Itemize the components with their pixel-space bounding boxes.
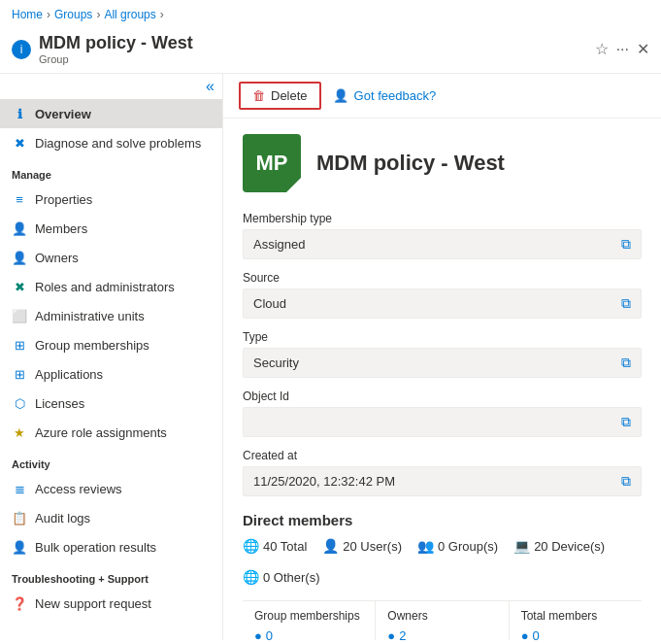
copy-source-icon[interactable]: ⧉ — [621, 295, 631, 312]
breadcrumb: Home › Groups › All groups › — [0, 0, 661, 29]
sidebar-label-properties: Properties — [35, 192, 92, 207]
stat-users: 👤 20 User(s) — [322, 538, 402, 554]
sidebar-item-overview[interactable]: ℹ Overview — [0, 99, 222, 128]
troubleshoot-section-label: Troubleshooting + Support — [0, 561, 222, 589]
sidebar-label-bulk-operations: Bulk operation results — [35, 540, 156, 555]
summary-label-owners: Owners — [387, 609, 496, 623]
copy-membership-type-icon[interactable]: ⧉ — [621, 236, 631, 253]
page-title: MDM policy - West — [39, 33, 587, 53]
summary-col-total-members: Total members ● 0 — [510, 601, 642, 640]
field-value-membership-type: Assigned — [253, 237, 621, 252]
sidebar-label-applications: Applications — [35, 367, 103, 382]
summary-value-owners[interactable]: ● 2 — [387, 628, 496, 640]
sidebar-item-properties[interactable]: ≡ Properties — [0, 185, 222, 214]
sidebar-item-roles[interactable]: ✖ Roles and administrators — [0, 272, 222, 301]
summary-num-owners: 2 — [399, 628, 406, 640]
delete-button[interactable]: 🗑 Delete — [239, 82, 321, 110]
field-value-box-type: Security ⧉ — [243, 348, 642, 378]
sidebar-item-applications[interactable]: ⊞ Applications — [0, 359, 222, 389]
delete-label: Delete — [271, 88, 308, 103]
sidebar-label-members: Members — [35, 221, 87, 236]
summary-dot-total: ● — [521, 628, 529, 640]
more-icon[interactable]: ··· — [616, 41, 629, 58]
sidebar-label-diagnose: Diagnose and solve problems — [35, 136, 201, 151]
sidebar-item-owners[interactable]: 👤 Owners — [0, 243, 222, 272]
main-layout: « ℹ Overview ✖ Diagnose and solve proble… — [0, 74, 661, 640]
field-label-source: Source — [243, 271, 642, 285]
content-area: 🗑 Delete 👤 Got feedback? MP MDM policy -… — [223, 74, 661, 640]
summary-dot-owners: ● — [387, 628, 395, 640]
sidebar-label-owners: Owners — [35, 251, 79, 265]
pin-icon[interactable]: ☆ — [595, 40, 609, 58]
sidebar-label-audit-logs: Audit logs — [35, 511, 90, 525]
total-globe-icon: 🌐 — [243, 538, 259, 554]
others-stat-icon: 🌐 — [243, 569, 259, 585]
field-label-type: Type — [243, 330, 642, 344]
groups-stat-icon: 👥 — [417, 538, 434, 554]
field-value-created-at: 11/25/2020, 12:32:42 PM — [253, 474, 621, 489]
feedback-label: Got feedback? — [354, 88, 437, 103]
sidebar-collapse-button[interactable]: « — [0, 74, 222, 99]
copy-type-icon[interactable]: ⧉ — [621, 355, 631, 371]
copy-created-at-icon[interactable]: ⧉ — [621, 473, 631, 490]
sidebar-label-overview: Overview — [35, 107, 91, 121]
field-value-box-object-id: ⧉ — [243, 407, 642, 437]
copy-object-id-icon[interactable]: ⧉ — [621, 414, 631, 430]
feedback-button[interactable]: 👤 Got feedback? — [333, 88, 437, 103]
access-reviews-icon: ≣ — [12, 481, 27, 496]
summary-num-group-memberships: 0 — [266, 628, 273, 640]
summary-value-group-memberships[interactable]: ● 0 — [254, 628, 363, 640]
entity-avatar: MP — [243, 134, 301, 192]
sidebar-item-licenses[interactable]: ⬡ Licenses — [0, 389, 222, 418]
field-label-object-id: Object Id — [243, 390, 642, 403]
field-value-box-source: Cloud ⧉ — [243, 288, 642, 319]
sidebar: « ℹ Overview ✖ Diagnose and solve proble… — [0, 74, 223, 640]
summary-table: Group memberships ● 0 Owners ● 2 Total m… — [243, 600, 642, 640]
sidebar-item-audit-logs[interactable]: 📋 Audit logs — [0, 503, 222, 532]
sidebar-item-members[interactable]: 👤 Members — [0, 214, 222, 243]
sidebar-item-diagnose[interactable]: ✖ Diagnose and solve problems — [0, 128, 222, 157]
stat-others: 🌐 0 Other(s) — [243, 569, 320, 585]
field-value-box-membership-type: Assigned ⧉ — [243, 229, 642, 259]
licenses-icon: ⬡ — [12, 395, 27, 411]
summary-num-total-members: 0 — [533, 628, 540, 640]
entity-name: MDM policy - West — [316, 151, 505, 176]
sidebar-label-admin-units: Administrative units — [35, 309, 145, 323]
activity-section-label: Activity — [0, 447, 222, 474]
field-label-created-at: Created at — [243, 449, 642, 462]
field-source: Source Cloud ⧉ — [243, 271, 642, 319]
roles-icon: ✖ — [12, 279, 27, 294]
summary-value-total-members[interactable]: ● 0 — [521, 628, 630, 640]
entity-header: MP MDM policy - West — [243, 134, 642, 192]
feedback-icon: 👤 — [333, 88, 348, 103]
field-value-box-created-at: 11/25/2020, 12:32:42 PM ⧉ — [243, 466, 642, 496]
owners-icon: 👤 — [12, 250, 27, 265]
sidebar-item-admin-units[interactable]: ⬜ Administrative units — [0, 301, 222, 330]
header-actions: ☆ ··· ✕ — [595, 40, 649, 58]
sidebar-item-azure-roles[interactable]: ★ Azure role assignments — [0, 418, 222, 447]
stat-groups: 👥 0 Group(s) — [417, 538, 498, 554]
breadcrumb-allgroups[interactable]: All groups — [104, 8, 155, 21]
summary-col-owners: Owners ● 2 — [376, 601, 509, 640]
field-object-id: Object Id ⧉ — [243, 390, 642, 437]
sidebar-label-licenses: Licenses — [35, 396, 84, 411]
sidebar-item-bulk-operations[interactable]: 👤 Bulk operation results — [0, 532, 222, 561]
members-icon: 👤 — [12, 220, 27, 236]
header-info-icon: i — [12, 40, 31, 59]
audit-logs-icon: 📋 — [12, 510, 27, 525]
sidebar-label-azure-roles: Azure role assignments — [35, 425, 167, 440]
users-stat-icon: 👤 — [322, 538, 339, 554]
sidebar-item-access-reviews[interactable]: ≣ Access reviews — [0, 474, 222, 503]
close-icon[interactable]: ✕ — [637, 40, 649, 58]
breadcrumb-home[interactable]: Home — [12, 8, 43, 21]
page-header: i MDM policy - West Group ☆ ··· ✕ — [0, 29, 661, 74]
azure-roles-icon: ★ — [12, 424, 27, 440]
sidebar-item-group-memberships[interactable]: ⊞ Group memberships — [0, 330, 222, 359]
stat-groups-label: 0 Group(s) — [438, 539, 498, 554]
sidebar-label-access-reviews: Access reviews — [35, 482, 122, 496]
properties-icon: ≡ — [12, 191, 27, 207]
sidebar-item-support[interactable]: ❓ New support request — [0, 589, 222, 618]
breadcrumb-groups[interactable]: Groups — [54, 8, 92, 21]
summary-label-group-memberships: Group memberships — [254, 609, 363, 623]
devices-stat-icon: 💻 — [513, 538, 530, 554]
